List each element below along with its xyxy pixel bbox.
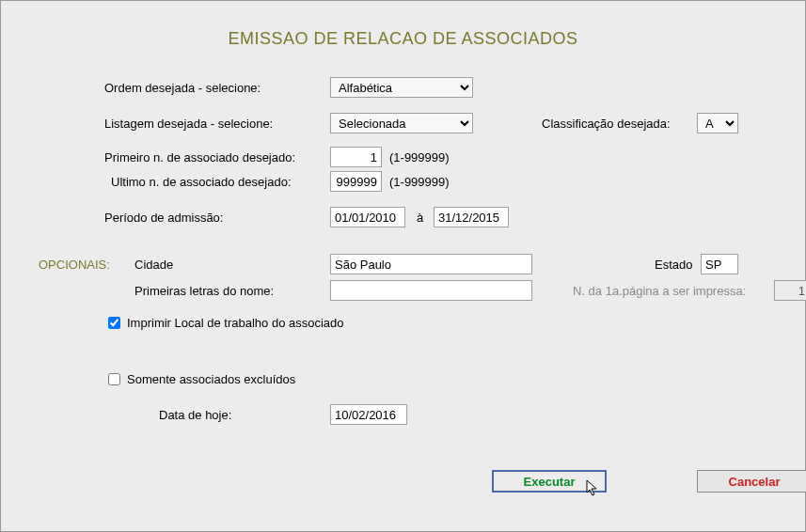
label-periodo: Período de admissão: <box>104 211 223 225</box>
hint-primeiro-n: (1-999999) <box>389 150 450 164</box>
select-ordem[interactable]: Alfabética <box>330 77 473 98</box>
checkbox-somente-excluidos-wrap[interactable]: Somente associados excluídos <box>104 370 295 388</box>
label-a: à <box>417 211 423 225</box>
select-classificacao[interactable]: A <box>697 113 738 133</box>
dialog-title: EMISSAO DE RELACAO DE ASSOCIADOS <box>29 29 777 49</box>
label-data-hoje: Data de hoje: <box>159 408 231 422</box>
checkbox-imprimir-local-wrap[interactable]: Imprimir Local de trabalho do associado <box>104 314 344 332</box>
checkbox-somente-excluidos[interactable] <box>108 373 120 385</box>
hint-ultimo-n: (1-999999) <box>389 175 450 189</box>
input-n-pagina <box>774 280 806 301</box>
executar-button[interactable]: Executar <box>492 470 607 493</box>
label-primeiro-n: Primeiro n. de associado desejado: <box>104 150 295 164</box>
checkbox-imprimir-local[interactable] <box>108 317 120 329</box>
form-area: Ordem desejada - selecione: Alfabética L… <box>29 77 777 472</box>
input-periodo-fim[interactable] <box>434 207 509 227</box>
label-cidade: Cidade <box>134 258 173 272</box>
label-n-pagina: N. da 1a.página a ser impressa: <box>573 284 746 298</box>
select-listagem[interactable]: Selecionada <box>330 113 473 133</box>
input-estado[interactable] <box>701 254 738 274</box>
label-ultimo-n: Ultimo n. de associado desejado: <box>111 175 292 189</box>
label-classificacao: Classificação desejada: <box>542 117 671 131</box>
input-data-hoje[interactable] <box>330 404 407 425</box>
cancelar-button[interactable]: Cancelar <box>697 470 806 493</box>
label-listagem: Listagem desejada - selecione: <box>104 117 273 131</box>
label-ordem: Ordem desejada - selecione: <box>104 81 261 95</box>
label-somente-excluidos: Somente associados excluídos <box>127 372 295 386</box>
input-primeiras-letras[interactable] <box>330 280 532 301</box>
label-opcionais: OPCIONAIS: <box>39 258 110 272</box>
dialog-window: EMISSAO DE RELACAO DE ASSOCIADOS Ordem d… <box>0 0 806 532</box>
input-primeiro-n[interactable] <box>330 147 382 167</box>
input-ultimo-n[interactable] <box>330 171 382 192</box>
input-cidade[interactable] <box>330 254 532 274</box>
input-periodo-ini[interactable] <box>330 207 405 227</box>
label-imprimir-local: Imprimir Local de trabalho do associado <box>127 316 344 330</box>
label-estado: Estado <box>655 258 692 272</box>
label-primeiras-letras: Primeiras letras do nome: <box>134 284 274 298</box>
